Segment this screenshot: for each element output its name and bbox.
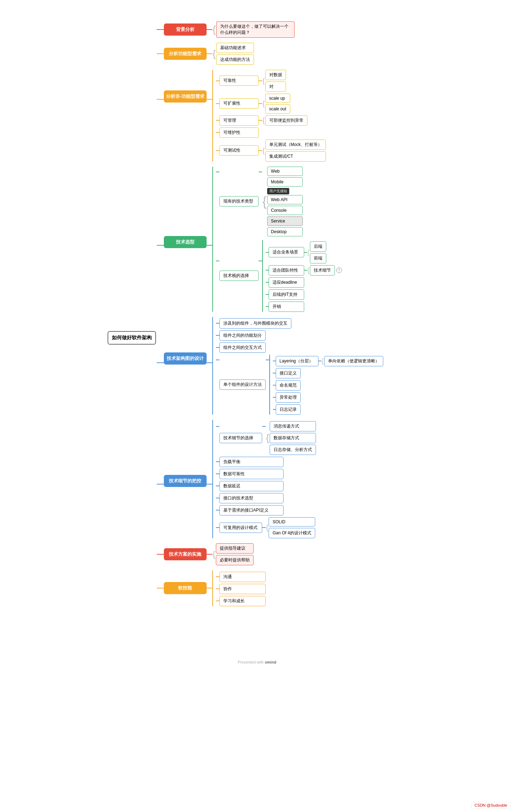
central-node-col: 如何做好软件架构 <box>108 18 156 345</box>
leaf-apidef: 基于需求的接口API定义 <box>216 505 316 515</box>
sec4-branches: 现有的技术类型 { Web Mobile 用户无感知 Web API <box>216 167 342 312</box>
techstack-sub: 适合业务场景 { 后端 前端 <box>266 240 342 312</box>
leaf-exception: 异常处理 <box>273 392 383 403</box>
sec3-branches: 可靠性 { 对数据 对 可扩展性 <box>216 70 326 162</box>
branch-bizscene: 适合业务场景 { 后端 前端 <box>266 241 342 263</box>
leaf-lb: 负载平衡 <box>216 457 316 467</box>
sec5-content: 涉及到的组件，与外围模块的交互 组件之间的功能划分 组件之间的交互方式 <box>216 318 383 415</box>
sec8-leaves: 沟通 协作 学习和成长 <box>216 572 266 606</box>
branch-teamchar: 适合团队特性 { 技术细节 ? <box>266 265 342 276</box>
section-nonfunctional: 分析非-功能型需求 可靠性 { <box>157 70 407 162</box>
branch-scalable: 可扩展性 { scale up scale out <box>216 94 326 114</box>
leaf-datadelay: 数据延迟 <box>216 481 316 491</box>
branch-itsupport: 后续的IT支持 <box>266 289 342 300</box>
branch-manageable: 可管理 { 可部便监控到异常 <box>216 115 326 126</box>
sec2-leaves: 基础功能述求 达成功能的方法 <box>216 43 254 65</box>
leaf-functional-2: 达成功能的方法 <box>216 54 254 65</box>
section-background: 背景分析 { 为什么要做这个，做了可以解决一个什么样的问题？ <box>157 21 407 38</box>
branch-techtype: 现有的技术类型 { Web Mobile 用户无感知 Web API <box>216 167 342 236</box>
branch-deadline: 适应deadline <box>266 277 342 288</box>
branch-techchoice: 技术细节的选择 { 消息传递方式 数据存储方式 日志存储、分析方式 <box>216 421 316 455</box>
leaf-arch2: 组件之间的功能划分 <box>216 330 383 341</box>
section-techdetail: 技术细节的把控 技术细节的选择 { 消息传 <box>157 420 407 538</box>
sec7-leaves: 提供指导建议 必要时提供帮助 <box>216 543 254 565</box>
branch-testable: 可测试性 { 单元测试（Mock、打桩等） 集成测试/CT <box>216 140 326 162</box>
sec-label-techdetail: 技术细节的把控 <box>164 475 207 487</box>
section-archdraw: 技术架构图的设计 涉及到的组件，与外围模块的交互 组 <box>157 317 407 415</box>
central-node: 如何做好软件架构 <box>108 331 156 345</box>
branch-reliable: 可靠性 { 对数据 对 <box>216 70 326 92</box>
leaf-ifacetech: 接口的技术选型 <box>216 493 316 503</box>
leaf-naming: 命名规范 <box>273 380 383 391</box>
leaf-arch1: 涉及到的组件，与外围模块的交互 <box>216 318 383 329</box>
sec-label-techselect: 技术选型 <box>164 236 207 248</box>
page-wrapper: 如何做好软件架构 背景分析 { 为什么要做这个，做了可以解决一个什么样的问题？ <box>0 0 514 689</box>
watermark: Presented with xmind <box>108 660 407 668</box>
leaf-datarel: 数据可靠性 <box>216 469 316 479</box>
branch-designpatt: 可复用的设计模式 { SOLID Gan Of 4的设计模式 <box>216 517 316 538</box>
sec-label-background: 背景分析 <box>164 23 207 36</box>
leaf-background-1: 为什么要做这个，做了可以解决一个什么样的问题？ <box>216 21 295 38</box>
branch-layering: Layering（分层） { 单向依赖（使逻辑更清晰） <box>273 356 383 366</box>
sec-label-implement: 技术方案的实施 <box>164 548 207 560</box>
leaf-arch3: 组件之间的交互方式 <box>216 342 383 353</box>
section-functional: 分析功能型需求 { 基础功能述求 达成功能的方法 <box>157 43 407 65</box>
sec-label-archdraw: 技术架构图的设计 <box>164 352 207 365</box>
sec-label-functional: 分析功能型需求 <box>164 48 207 60</box>
sec6-content: 技术细节的选择 { 消息传递方式 数据存储方式 日志存储、分析方式 <box>216 421 316 538</box>
section-implement: 技术方案的实施 { 提供指导建议 必要时提供帮助 <box>157 543 407 565</box>
branch-techstack: 技术栈的选择 适合业务场景 <box>216 240 342 312</box>
branch-cost: 开销 <box>266 302 342 312</box>
sec-label-nonfunctional: 分析非-功能型需求 <box>164 90 207 103</box>
branch-maintainable: 可维护性 <box>216 127 326 138</box>
sec1-leaves: 为什么要做这个，做了可以解决一个什么样的问题？ <box>216 21 295 38</box>
section-softskill: 软技能 沟通 协作 <box>157 570 407 606</box>
leaf-functional-1: 基础功能述求 <box>216 43 254 53</box>
sec-label-softskill: 软技能 <box>164 582 207 594</box>
watermark-brand: xmind <box>265 660 276 664</box>
leaf-iface: 接口定义 <box>273 368 383 378</box>
leaf-log: 日志记录 <box>273 404 383 415</box>
sections-col: 背景分析 { 为什么要做这个，做了可以解决一个什么样的问题？ 分析功能型需求 {… <box>157 18 407 606</box>
branch-compdesign: 单个组件的设计方法 Layering（分层） <box>216 355 383 415</box>
section-techselect: 技术选型 现有的技术类型 { Web <box>157 167 407 312</box>
